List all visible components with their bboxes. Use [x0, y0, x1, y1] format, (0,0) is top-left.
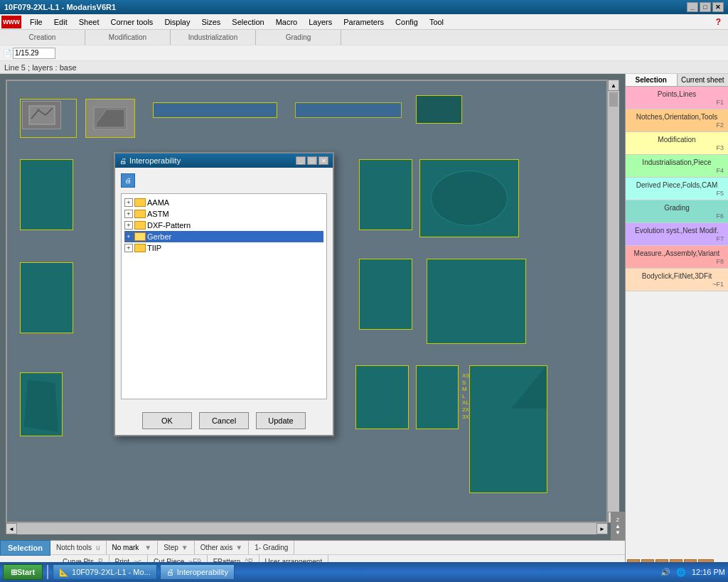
right-section-measure[interactable]: Measure.,Assembly,Variant F8: [626, 246, 728, 269]
taskbar-right: 🔊 🌐 12:16 PM: [660, 568, 725, 577]
tree-item-gerber[interactable]: + Gerber: [124, 231, 323, 242]
canvas-container: XSSMLXL XSSMLXL XSSMLXL2XL3XL XSSMLXL2XL…: [0, 74, 625, 540]
bt-notch-tools: Notch tools u: [50, 541, 107, 554]
tree-item-astm[interactable]: + ASTM: [124, 208, 323, 220]
tree-item-dxf[interactable]: + DXF-Pattern: [124, 220, 323, 231]
update-button[interactable]: Update: [256, 412, 306, 429]
speaker-icon: 🔊: [660, 568, 670, 577]
network-icon: 🌐: [676, 568, 686, 577]
dialog-content: 🖨 + AAMA: [115, 168, 333, 405]
tree-expand-gerber[interactable]: +: [124, 232, 133, 241]
close-button[interactable]: ✕: [712, 2, 724, 12]
menu-config[interactable]: Config: [390, 16, 424, 28]
menu-tool[interactable]: Tool: [424, 16, 449, 28]
tree-label-tiip: TIIP: [147, 244, 161, 252]
right-panel: Selection Current sheet Points,Lines F1 …: [625, 74, 728, 582]
bt-step-arrow: ▼: [181, 544, 188, 551]
dialog-maximize-button[interactable]: □: [307, 156, 317, 165]
menu-macro[interactable]: Macro: [270, 16, 304, 28]
tree-item-aama[interactable]: + AAMA: [124, 197, 323, 208]
tree-item-tiip[interactable]: + TIIP: [124, 242, 323, 254]
bt-grading: 1- Grading: [249, 541, 294, 554]
right-section-evolution[interactable]: Evolution syst.,Nest Modif. F7: [626, 223, 728, 246]
dialog-overlay: 🖨 Interoperability _ □ ✕: [0, 74, 625, 540]
menu-layers[interactable]: Layers: [303, 16, 338, 28]
taskbar-divider-1: [47, 565, 48, 579]
interoperability-dialog: 🖨 Interoperability _ □ ✕: [114, 152, 334, 436]
menu-corner-tools[interactable]: Corner tools: [105, 16, 159, 28]
dialog-title-controls: _ □ ✕: [296, 156, 328, 165]
right-panel-header: Selection Current sheet: [626, 74, 728, 87]
dialog-minimize-button[interactable]: _: [296, 156, 306, 165]
tree-folder-dxf: [134, 221, 146, 230]
toolbar-tab-area: 📄: [3, 48, 55, 59]
dialog-close-button[interactable]: ✕: [318, 156, 328, 165]
right-panel-tab-current-sheet[interactable]: Current sheet: [678, 74, 729, 86]
statusbar-top: Line 5 ; layers : base: [0, 61, 728, 74]
dialog-title-area: 🖨 Interoperability: [119, 156, 181, 165]
clock: 12:16 PM: [692, 568, 725, 576]
tree-expand-aama[interactable]: +: [124, 198, 133, 207]
tree-expand-astm[interactable]: +: [124, 210, 133, 218]
right-section-notches[interactable]: Notches,Orientation,Tools F2: [626, 109, 728, 132]
bt-no-mark: No mark ▼: [107, 541, 159, 554]
maximize-button[interactable]: □: [700, 2, 711, 12]
bt-no-mark-arrow: ▼: [144, 544, 151, 551]
app-logo: www: [1, 16, 21, 28]
bt-other-axis-arrow: ▼: [235, 544, 242, 551]
start-button[interactable]: ⊞ Start: [3, 564, 43, 580]
right-panel-tab-selection[interactable]: Selection: [626, 74, 678, 86]
dialog-titlebar: 🖨 Interoperability _ □ ✕: [115, 153, 333, 168]
tab-icon: 📄: [3, 49, 11, 57]
menu-display[interactable]: Display: [159, 16, 196, 28]
right-section-modification[interactable]: Modification F3: [626, 132, 728, 155]
menubar: www File Edit Sheet Corner tools Display…: [0, 14, 728, 30]
menu-parameters[interactable]: Parameters: [338, 16, 390, 28]
workspace: XSSMLXL XSSMLXL XSSMLXL2XL3XL XSSMLXL2XL…: [0, 74, 728, 582]
tree-label-astm: ASTM: [147, 210, 169, 218]
left-side: XSSMLXL XSSMLXL XSSMLXL2XL3XL XSSMLXL2XL…: [0, 74, 625, 582]
windows-logo-icon: ⊞: [11, 568, 17, 577]
tree-folder-aama: [134, 198, 146, 207]
menu-help[interactable]: ?: [710, 16, 727, 28]
right-section-derived-piece[interactable]: Derived Piece,Folds,CAM F5: [626, 178, 728, 200]
dialog-title: Interoperability: [129, 156, 181, 165]
titlebar-controls: _ □ ✕: [687, 2, 724, 12]
app: 10F079-2XL-L1 - ModarisV6R1 _ □ ✕ www Fi…: [0, 0, 728, 582]
dialog-tree[interactable]: + AAMA + ASTM: [121, 193, 327, 399]
selection-mode-button[interactable]: Selection: [0, 540, 50, 556]
windows-taskbar: ⊞ Start 📐 10F079-2XL-L1 - Mo... 🖨 Intero…: [0, 562, 728, 582]
right-section-bodyclick[interactable]: Bodyclick,FitNet,3DFit ~F1: [626, 269, 728, 291]
taskbar-btn-cad[interactable]: 📐 10F079-2XL-L1 - Mo...: [53, 564, 157, 580]
toolbar-modification: Modification: [85, 30, 171, 45]
taskbar-btn-interop[interactable]: 🖨 Interoperability: [160, 564, 235, 580]
menu-file[interactable]: File: [24, 16, 48, 28]
tree-label-dxf: DXF-Pattern: [147, 221, 191, 230]
right-section-industrialisation[interactable]: Industrialisation,Piece F4: [626, 155, 728, 178]
tree-label-gerber: Gerber: [147, 232, 171, 241]
right-section-points-lines[interactable]: Points,Lines F1: [626, 87, 728, 109]
tree-folder-tiip: [134, 244, 146, 252]
menu-edit[interactable]: Edit: [48, 16, 73, 28]
minimize-button[interactable]: _: [687, 2, 698, 12]
dialog-title-icon: 🖨: [119, 157, 127, 165]
dialog-tool-icon[interactable]: 🖨: [121, 173, 135, 188]
tree-expand-dxf[interactable]: +: [124, 221, 133, 230]
tab-value-input[interactable]: [13, 48, 55, 59]
dialog-toolbar: 🖨: [121, 173, 327, 188]
titlebar: 10F079-2XL-L1 - ModarisV6R1 _ □ ✕: [0, 0, 728, 14]
right-section-grading[interactable]: Grading F6: [626, 200, 728, 223]
interop-icon: 🖨: [166, 568, 174, 576]
window-title: 10F079-2XL-L1 - ModarisV6R1: [4, 3, 116, 11]
toolbar-row-2: 📄: [0, 45, 728, 61]
ok-button[interactable]: OK: [142, 412, 192, 429]
toolbar-row-1: Creation Modification Industrialization …: [0, 30, 728, 45]
cancel-button[interactable]: Cancel: [199, 412, 249, 429]
toolbar-creation: Creation: [0, 30, 85, 45]
menu-selection[interactable]: Selection: [226, 16, 269, 28]
menu-sheet[interactable]: Sheet: [73, 16, 105, 28]
tree-folder-astm: [134, 210, 146, 218]
menu-sizes[interactable]: Sizes: [196, 16, 226, 28]
toolbar-industrialization: Industrialization: [171, 30, 256, 45]
tree-expand-tiip[interactable]: +: [124, 244, 133, 252]
